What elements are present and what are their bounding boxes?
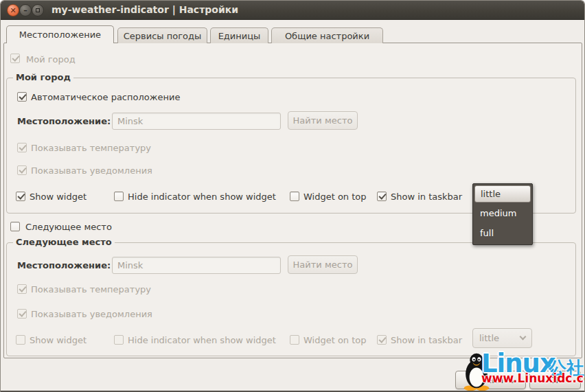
- widget-on-top-label[interactable]: Widget on top: [303, 192, 367, 202]
- maximize-button[interactable]: [32, 4, 44, 16]
- close-icon: ✕: [10, 7, 16, 14]
- show-in-taskbar-checkbox-2[interactable]: [377, 335, 387, 345]
- next-place-group-title: Следующее место: [13, 237, 115, 247]
- show-notifications-label[interactable]: Показывать уведомления: [31, 165, 152, 176]
- tab-general-settings-label: Общие настройки: [285, 31, 369, 41]
- widget-size-option-medium[interactable]: medium: [473, 203, 532, 223]
- hide-indicator-checkbox-2[interactable]: [114, 335, 124, 345]
- show-temperature-label-2[interactable]: Показывать температуру: [31, 284, 151, 295]
- auto-location-checkbox[interactable]: [17, 92, 27, 102]
- widget-size-option-little[interactable]: little: [474, 185, 531, 203]
- tab-general-settings[interactable]: Общие настройки: [271, 27, 383, 43]
- settings-window: ✕ – my-weather-indicator | Настройки Мес…: [0, 0, 585, 392]
- cancel-button-label: Отменить: [468, 375, 514, 385]
- my-city-checkbox-label[interactable]: Мой город: [26, 54, 76, 65]
- show-in-taskbar-label[interactable]: Show in taskbar: [391, 192, 462, 202]
- close-button[interactable]: ✕: [7, 4, 19, 16]
- ok-button[interactable]: OK: [529, 371, 581, 389]
- ok-button-label: OK: [549, 375, 562, 385]
- widget-on-top-label-2[interactable]: Widget on top: [303, 335, 367, 345]
- show-temperature-label[interactable]: Показывать температуру: [31, 143, 151, 153]
- my-city-group-title: Мой город: [13, 72, 73, 82]
- widget-size-menu: little medium full: [472, 183, 533, 245]
- show-widget-checkbox[interactable]: [16, 192, 25, 201]
- hide-indicator-label-2[interactable]: Hide indicator when show widget: [128, 335, 276, 345]
- find-place-button-2[interactable]: Найти место: [288, 255, 358, 274]
- show-temperature-checkbox[interactable]: [17, 143, 27, 152]
- show-widget-checkbox-2[interactable]: [16, 335, 25, 345]
- window-title: my-weather-indicator | Настройки: [51, 4, 238, 15]
- widget-size-option-full[interactable]: full: [473, 223, 532, 243]
- location-input[interactable]: [112, 113, 281, 130]
- show-widget-label[interactable]: Show widget: [30, 192, 87, 202]
- minimize-icon: –: [23, 7, 27, 14]
- show-in-taskbar-checkbox[interactable]: [377, 192, 387, 201]
- location-input-2[interactable]: [112, 257, 281, 274]
- tab-units[interactable]: Единицы: [210, 27, 268, 43]
- my-city-checkbox[interactable]: [10, 54, 20, 63]
- show-notifications-label-2[interactable]: Показывать уведомления: [31, 309, 152, 319]
- find-place-button-label: Найти место: [293, 115, 353, 126]
- widget-size-combo-value: little: [479, 333, 499, 343]
- cancel-button[interactable]: Отменить: [455, 371, 526, 389]
- tab-units-label: Единицы: [218, 31, 261, 41]
- widget-size-option-full-label: full: [480, 228, 494, 238]
- tab-location[interactable]: Местоположение: [6, 25, 114, 43]
- tab-location-label: Местоположение: [19, 30, 101, 40]
- show-in-taskbar-label-2[interactable]: Show in taskbar: [391, 335, 462, 345]
- show-widget-label-2[interactable]: Show widget: [30, 335, 87, 345]
- show-notifications-checkbox-2[interactable]: [17, 309, 27, 319]
- hide-indicator-label[interactable]: Hide indicator when show widget: [128, 192, 276, 202]
- show-temperature-checkbox-2[interactable]: [17, 284, 27, 294]
- titlebar[interactable]: ✕ – my-weather-indicator | Настройки: [1, 1, 584, 20]
- next-place-checkbox[interactable]: [10, 222, 20, 231]
- widget-size-option-medium-label: medium: [480, 208, 516, 218]
- show-notifications-checkbox[interactable]: [17, 165, 27, 175]
- tab-weather-services-label: Сервисы погоды: [124, 31, 201, 41]
- auto-location-label[interactable]: Автоматическое расположение: [31, 92, 180, 102]
- location-field-label: Местоположение:: [17, 116, 111, 126]
- next-place-checkbox-label[interactable]: Следующее место: [25, 222, 112, 232]
- widget-size-option-little-label: little: [481, 189, 501, 199]
- minimize-button[interactable]: –: [19, 4, 32, 16]
- find-place-button-2-label: Найти место: [293, 260, 353, 270]
- find-place-button[interactable]: Найти место: [288, 111, 358, 130]
- widget-on-top-checkbox[interactable]: [290, 192, 299, 201]
- widget-on-top-checkbox-2[interactable]: [290, 335, 299, 345]
- chevron-down-icon: [520, 334, 527, 341]
- widget-size-combo[interactable]: little: [472, 328, 532, 348]
- maximize-icon: [36, 8, 40, 12]
- hide-indicator-checkbox[interactable]: [114, 192, 124, 201]
- tab-weather-services[interactable]: Сервисы погоды: [117, 27, 207, 43]
- location-field-label-2: Местоположение:: [17, 260, 111, 270]
